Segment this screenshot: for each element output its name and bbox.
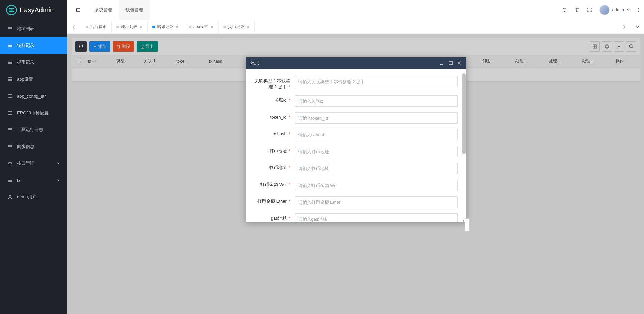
- modal-title: 添加: [250, 60, 260, 66]
- sidebar-item-9[interactable]: tx: [0, 172, 67, 189]
- modal-close[interactable]: [457, 61, 461, 66]
- tab-label: 后台首页: [90, 24, 107, 30]
- chevron-right-icon: [622, 25, 625, 29]
- tab-close[interactable]: ✕: [210, 25, 214, 29]
- form-input-1[interactable]: [295, 95, 458, 107]
- sidebar-item-label: 同步信息: [17, 144, 34, 150]
- sidebar-item-label: 提币记录: [17, 59, 34, 65]
- user-menu[interactable]: admin: [599, 5, 630, 15]
- list-icon: [7, 144, 13, 149]
- minimize-icon: [439, 61, 444, 66]
- list-icon: [7, 178, 13, 183]
- form-row-2: token_id *: [254, 112, 458, 124]
- sidebar-item-10[interactable]: demo用户: [0, 189, 67, 206]
- tabstrip-scroll-left[interactable]: [67, 20, 81, 33]
- sidebar-item-0[interactable]: 地址列表: [0, 20, 67, 37]
- brand-logo[interactable]: EasyAdmin: [0, 0, 67, 20]
- avatar: [599, 5, 610, 15]
- sidebar-item-label: demo用户: [17, 194, 37, 200]
- svg-point-1: [9, 196, 11, 197]
- modal-header[interactable]: 添加: [246, 57, 466, 69]
- list-icon: [7, 60, 13, 65]
- form-row-3: tx hash *: [254, 129, 458, 140]
- tab-close[interactable]: ✕: [246, 25, 250, 29]
- list-icon: [7, 111, 13, 115]
- sidebar-item-5[interactable]: ERC20币种配置: [0, 104, 67, 121]
- chevron-down-icon: [627, 8, 630, 12]
- form-label: 打币金额 Wei *: [254, 180, 295, 191]
- form-label: 收币地址 *: [254, 163, 295, 174]
- sidebar-item-label: 接口管理: [17, 160, 34, 166]
- close-icon: [457, 61, 461, 65]
- topnav-tab-0[interactable]: 系统管理: [88, 0, 119, 20]
- sidebar-item-6[interactable]: 工具运行日志: [0, 121, 67, 138]
- sidebar-item-8[interactable]: 接口管理: [0, 155, 67, 172]
- svg-point-4: [638, 11, 639, 12]
- form-label: 关联id *: [254, 95, 295, 107]
- clear-button[interactable]: [575, 7, 580, 12]
- list-icon: [7, 127, 13, 132]
- topbar: 系统管理钱包管理 admin: [67, 0, 644, 20]
- chevron-down-icon: [57, 179, 60, 182]
- menu-fold-icon: [75, 7, 80, 13]
- sidebar-toggle[interactable]: [67, 0, 88, 20]
- refresh-button[interactable]: [562, 7, 567, 12]
- topnav-tab-1[interactable]: 钱包管理: [119, 0, 150, 20]
- page-tab-1[interactable]: 地址列表✕: [112, 20, 148, 33]
- resize-handle[interactable]: [465, 218, 470, 232]
- svg-rect-6: [449, 61, 452, 65]
- refresh-icon: [562, 7, 567, 12]
- list-icon: [7, 77, 13, 82]
- page-tab-3[interactable]: app设置✕: [184, 20, 219, 33]
- page-tab-2[interactable]: 转账记录✕: [148, 20, 184, 33]
- form-row-7: 打币金额 Ether *: [254, 196, 458, 208]
- form-input-7[interactable]: [295, 196, 458, 208]
- more-vertical-icon: [638, 7, 639, 13]
- form-label: 打币地址 *: [254, 146, 295, 157]
- tab-close[interactable]: ✕: [139, 25, 143, 29]
- form-input-6[interactable]: [295, 180, 458, 191]
- form-input-0[interactable]: [295, 76, 458, 87]
- tab-close[interactable]: ✕: [175, 25, 179, 29]
- form-row-0: 关联类型 1 零钱整理 2 提币 *: [254, 76, 458, 90]
- list-icon: [7, 94, 13, 98]
- page-tab-0[interactable]: 后台首页: [81, 20, 112, 33]
- form-label: tx hash *: [254, 129, 295, 140]
- form-input-2[interactable]: [295, 112, 458, 124]
- modal-scrollbar[interactable]: ▾: [461, 71, 466, 222]
- form-input-8[interactable]: [295, 213, 458, 222]
- content: 添加 删除 导出 id▲▼类型关联idtoke...tx hash打币...收币…: [67, 34, 644, 314]
- brand-text: EasyAdmin: [20, 6, 54, 14]
- form-input-3[interactable]: [295, 129, 458, 140]
- username: admin: [612, 7, 624, 12]
- tab-label: app设置: [193, 24, 208, 30]
- sidebar-item-4[interactable]: app_config_str: [0, 88, 67, 104]
- brand-icon: [6, 5, 17, 15]
- sidebar-item-7[interactable]: 同步信息: [0, 138, 67, 155]
- sidebar-item-label: app_config_str: [17, 94, 46, 99]
- sidebar-item-label: app设置: [17, 76, 33, 82]
- tab-label: 转账记录: [157, 24, 173, 30]
- user-icon: [7, 195, 13, 199]
- sidebar-item-label: 工具运行日志: [17, 127, 43, 133]
- form-label: gas消耗 *: [254, 213, 295, 222]
- plug-icon: [7, 161, 13, 166]
- sidebar-item-2[interactable]: 提币记录: [0, 54, 67, 71]
- sidebar-menu: 地址列表转账记录提币记录app设置app_config_strERC20币种配置…: [0, 20, 67, 314]
- sidebar-item-label: tx: [17, 178, 20, 183]
- tabstrip-menu[interactable]: [631, 20, 644, 33]
- page-tab-4[interactable]: 提币记录✕: [219, 20, 255, 33]
- more-button[interactable]: [638, 7, 639, 13]
- tab-dot-icon: [116, 26, 119, 28]
- modal-maximize[interactable]: [449, 61, 453, 66]
- form-input-4[interactable]: [295, 146, 458, 157]
- scrollbar-thumb[interactable]: [462, 73, 466, 154]
- form-row-4: 打币地址 *: [254, 146, 458, 157]
- form-input-5[interactable]: [295, 163, 458, 174]
- modal-minimize[interactable]: [439, 61, 444, 66]
- form-label: 打币金额 Ether *: [254, 196, 295, 208]
- tabstrip-scroll-right[interactable]: [617, 20, 631, 33]
- sidebar-item-3[interactable]: app设置: [0, 71, 67, 88]
- fullscreen-button[interactable]: [587, 7, 592, 12]
- sidebar-item-1[interactable]: 转账记录: [0, 37, 67, 54]
